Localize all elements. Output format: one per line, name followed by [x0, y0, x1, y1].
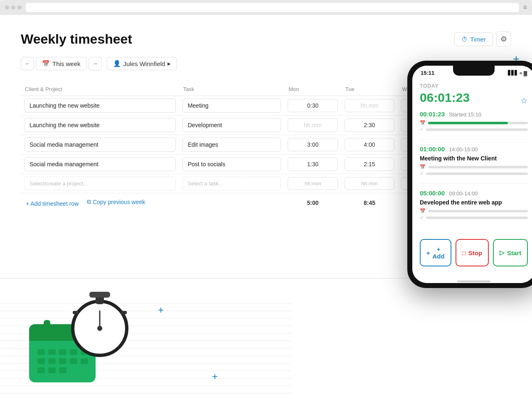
check-entry-icon-3: ✓: [420, 215, 424, 220]
week-label: This week: [52, 60, 81, 67]
project-cell[interactable]: Social media management: [24, 157, 176, 171]
play-icon: ▷: [500, 249, 505, 256]
star-icon[interactable]: ☆: [520, 96, 528, 106]
user-name: Jules Winnfield: [123, 60, 165, 67]
time-input-mon[interactable]: hh:mm: [288, 118, 337, 132]
svg-rect-33: [89, 292, 110, 298]
task-bar: [426, 128, 528, 131]
stop-square-icon: □: [462, 249, 466, 256]
svg-rect-19: [48, 349, 56, 355]
minimize-dot: [11, 5, 15, 10]
phone-app-content: TODAY 06:01:23 ☆ 00:01:23 Started 15:10 …: [412, 78, 532, 278]
calendar-icon: 📅: [42, 60, 50, 67]
close-dot: [5, 5, 9, 10]
phone-notch: [453, 66, 495, 76]
phone-mockup-container: 15:11 ▋▋▋ ≈ ▓ TODAY 06:01:23 ☆: [407, 61, 532, 288]
phone-add-label: + Add: [433, 246, 445, 260]
phone-home-indicator: [457, 281, 490, 282]
phone-start-button[interactable]: ▷ Start: [493, 239, 528, 266]
main-timer-display: 06:01:23: [420, 91, 470, 105]
entry-2-time-range: 14:00-15:00: [449, 146, 478, 153]
plus-icon-mid: +: [158, 304, 164, 316]
task-bar-2: [426, 172, 528, 175]
page-title: Weekly timesheet: [21, 32, 511, 47]
svg-rect-16: [44, 320, 50, 331]
today-label: TODAY: [420, 83, 528, 89]
task-cell[interactable]: Development: [182, 118, 281, 132]
project-bar-2: [428, 166, 528, 168]
svg-rect-29: [48, 367, 56, 373]
address-bar[interactable]: [26, 3, 519, 12]
project-cell[interactable]: Social media management: [24, 138, 176, 152]
total-mon: 5:00: [307, 200, 319, 206]
check-entry-icon-2: ✓: [420, 171, 424, 176]
time-empty-mon[interactable]: hh:mm: [288, 177, 337, 190]
prev-week-button[interactable]: ←: [21, 57, 34, 70]
col-header-project: Client & Project: [21, 83, 179, 96]
entry-3-title: Developed the entire web app: [420, 199, 528, 206]
time-input-tue[interactable]: 2:30: [345, 118, 394, 132]
task-cell[interactable]: Edit images: [182, 138, 281, 152]
task-cell[interactable]: Meeting: [182, 99, 281, 113]
user-icon: 👤: [113, 60, 121, 67]
chevron-right-icon: ▸: [167, 60, 171, 67]
timer-button[interactable]: ⏱ Timer: [454, 32, 493, 46]
phone-action-buttons: + + Add □ Stop ▷ Start: [420, 233, 528, 270]
phone-time: 15:11: [421, 70, 434, 76]
phone-add-icon: +: [426, 249, 430, 256]
calendar-entry-icon: 📅: [420, 120, 426, 126]
phone-status-icons: ▋▋▋ ≈ ▓: [508, 70, 527, 76]
stopwatch-illustration: [64, 283, 135, 362]
time-empty-tue[interactable]: hh:mm: [345, 177, 394, 190]
task-cell[interactable]: Post to socials: [182, 157, 281, 171]
time-input-tue[interactable]: 4:00: [345, 138, 394, 151]
calendar-entry-icon-2: 📅: [420, 164, 426, 170]
timer-panel: ⏱ Timer ⚙: [454, 32, 511, 47]
svg-point-37: [97, 326, 102, 331]
svg-rect-34: [73, 311, 79, 314]
phone-stop-button[interactable]: □ Stop: [456, 239, 489, 266]
svg-rect-18: [37, 349, 45, 355]
entry-3-duration: 05:00:00: [420, 190, 445, 197]
battery-icon: ▓: [524, 71, 527, 76]
time-entry-3: 05:00:00 09:00-14:00 Developed the entir…: [420, 190, 528, 227]
project-select-input[interactable]: Select/create a project...: [24, 177, 176, 190]
timer-clock-icon: ⏱: [461, 36, 468, 43]
copy-week-button[interactable]: ⧉ Copy previous week: [87, 198, 145, 205]
settings-button[interactable]: ⚙: [496, 32, 511, 47]
entry-3-time-range: 09:00-14:00: [449, 190, 478, 197]
col-header-tue: Tue: [341, 83, 398, 96]
project-bar: [428, 122, 528, 124]
svg-rect-24: [48, 358, 56, 364]
time-input-tue[interactable]: 2:15: [345, 158, 394, 171]
time-input-mon[interactable]: 3:00: [288, 138, 337, 151]
phone-screen: 15:11 ▋▋▋ ≈ ▓ TODAY 06:01:23 ☆: [412, 66, 532, 283]
project-cell[interactable]: Launching the new website: [24, 99, 176, 113]
next-week-button[interactable]: →: [89, 57, 102, 70]
phone-add-button[interactable]: + + Add: [420, 239, 451, 266]
time-input-mon[interactable]: 0:30: [288, 99, 337, 112]
copy-icon: ⧉: [87, 198, 91, 205]
browser-menu-icon[interactable]: ≡: [523, 4, 527, 11]
user-selector-button[interactable]: 👤 Jules Winnfield ▸: [107, 57, 177, 70]
time-input-tue[interactable]: hh:mm: [345, 99, 394, 112]
project-cell[interactable]: Launching the new website: [24, 118, 176, 132]
col-header-task: Task: [179, 83, 285, 96]
svg-rect-35: [121, 311, 127, 314]
task-bar-3: [426, 217, 528, 219]
add-row-button[interactable]: + Add timesheet row: [24, 200, 79, 207]
svg-rect-28: [37, 367, 45, 373]
entry-2-title: Meeting with the New Client: [420, 155, 528, 162]
signal-icon: ▋▋▋: [508, 70, 518, 76]
time-entry-2: 01:00:00 14:00-15:00 Meeting with the Ne…: [420, 145, 528, 184]
time-input-mon[interactable]: 1:30: [288, 158, 337, 171]
project-bar-3: [428, 210, 528, 212]
browser-chrome: ≡: [0, 0, 532, 15]
task-select-input[interactable]: Select a task...: [182, 177, 281, 190]
phone-start-label: Start: [507, 249, 521, 256]
this-week-button[interactable]: 📅 This week: [36, 57, 87, 70]
col-header-mon: Mon: [284, 83, 341, 96]
timer-label: Timer: [470, 36, 486, 43]
phone-stop-label: Stop: [468, 249, 482, 256]
gear-icon: ⚙: [500, 34, 507, 44]
